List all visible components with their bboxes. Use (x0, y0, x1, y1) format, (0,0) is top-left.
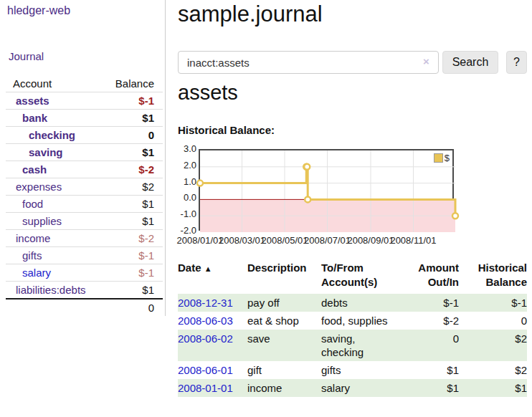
accounts-total-value: 0 (148, 299, 154, 316)
account-row: income$-2 (6, 230, 163, 247)
account-row: checking0 (6, 127, 163, 144)
register-cell-description: save (247, 330, 321, 361)
register-cell-accounts: saving, checking (321, 330, 400, 361)
register-row: 2008-06-02savesaving, checking0$2 (178, 330, 527, 361)
page-title: sample.journal (178, 1, 323, 27)
register-header-balance[interactable]: Historical Balance (459, 259, 527, 294)
account-row: saving$1 (6, 144, 163, 161)
register-cell-amount: $-2 (400, 312, 459, 330)
register-cell-date: 2008-12-31 (178, 294, 247, 312)
account-link-liabilities-debts[interactable]: liabilities:debts (16, 284, 86, 296)
account-balance: $1 (142, 144, 154, 160)
register-cell-date: 2008-06-03 (178, 312, 247, 330)
main-content: sample.journal × Search ? assets Histori… (178, 0, 527, 417)
transaction-date-link[interactable]: 2008-06-02 (178, 332, 233, 345)
register-cell-accounts: salary (321, 379, 400, 397)
sort-ascending-icon: ▲ (204, 264, 212, 273)
account-link-assets[interactable]: assets (16, 95, 49, 107)
account-row: salary$-1 (6, 264, 163, 282)
x-axis-tick-label: 2008/07/01 (304, 235, 351, 246)
y-axis-tick-label: 2.0 (178, 160, 196, 171)
account-link-expenses[interactable]: expenses (16, 181, 62, 193)
register-cell-balance: $1 (459, 379, 527, 397)
chart-plot-area: $ (199, 149, 454, 231)
account-row: bank$1 (6, 110, 163, 127)
account-row: liabilities:debts$1 (6, 282, 163, 299)
register-cell-description: pay off (247, 294, 321, 312)
y-axis-tick-label: 0.0 (178, 192, 196, 203)
account-link-bank[interactable]: bank (22, 112, 47, 124)
register-cell-date: 2008-06-01 (178, 361, 247, 379)
sidebar-divider (165, 0, 166, 316)
register-header-description[interactable]: Description (247, 259, 321, 294)
accounts-total-row: 0 (6, 298, 163, 315)
register-row: 2008-01-01incomesalary$1$1 (178, 379, 527, 397)
account-balance: $-2 (138, 161, 154, 178)
register-cell-balance: 0 (459, 312, 527, 330)
register-cell-amount: $-1 (400, 294, 459, 312)
x-axis-tick-label: 2008/05/01 (261, 235, 308, 246)
transaction-date-link[interactable]: 2008-06-03 (178, 315, 233, 327)
y-axis-tick-label: 1.0 (178, 176, 196, 187)
register-row: 2008-06-03eat & shopfood, supplies$-20 (178, 312, 527, 330)
transaction-date-link[interactable]: 2008-01-01 (178, 382, 233, 394)
account-link-saving[interactable]: saving (29, 146, 63, 158)
account-balance: $1 (142, 213, 154, 229)
sidebar-item-journal[interactable]: Journal (9, 50, 44, 62)
help-button[interactable]: ? (506, 51, 527, 74)
account-link-gifts[interactable]: gifts (22, 249, 42, 262)
register-cell-date: 2008-01-01 (178, 379, 247, 397)
accounts-rows: assets$-1bank$1checking0saving$1cash$-2e… (6, 92, 163, 299)
register-header-row: Date ▲ Description To/From Account(s) Am… (178, 259, 527, 294)
register-header-amount[interactable]: Amount Out/In (400, 259, 459, 294)
account-link-salary[interactable]: salary (22, 267, 51, 279)
chart-heading: Historical Balance: (178, 124, 275, 136)
register-row: 2008-06-01giftgifts$1$2 (178, 361, 527, 379)
account-link-food[interactable]: food (22, 198, 43, 210)
transaction-date-link[interactable]: 2008-12-31 (178, 297, 233, 309)
register-header-date[interactable]: Date ▲ (178, 259, 247, 294)
account-link-cash[interactable]: cash (22, 163, 47, 176)
clear-search-icon[interactable]: × (423, 55, 429, 67)
x-axis-tick-label: 2008/09/01 (347, 235, 394, 246)
search-bar: × Search ? (178, 51, 527, 74)
legend-label: $ (445, 153, 450, 163)
app-brand-link[interactable]: hledger-web (7, 4, 70, 17)
legend-swatch-icon (434, 153, 443, 163)
transaction-date-link[interactable]: 2008-06-01 (178, 364, 233, 376)
sidebar: hledger-web Journal Account Balance asse… (0, 0, 166, 417)
accounts-header-account: Account (13, 77, 52, 90)
register-cell-amount: $1 (400, 361, 459, 379)
register-cell-accounts: debts (321, 294, 400, 312)
accounts-header-balance: Balance (115, 77, 154, 90)
register-row: 2008-12-31pay offdebts$-1$-1 (178, 294, 527, 312)
register-cell-date: 2008-06-02 (178, 330, 247, 361)
y-axis-tick-label: -1.0 (178, 208, 196, 219)
account-row: cash$-2 (6, 161, 163, 178)
hledger-web-page: hledger-web Journal Account Balance asse… (0, 0, 532, 417)
account-balance: $-2 (138, 230, 154, 246)
account-row: expenses$2 (6, 178, 163, 196)
account-link-checking[interactable]: checking (29, 129, 75, 141)
account-row: assets$-1 (6, 92, 163, 110)
register-cell-balance: $2 (459, 361, 527, 379)
historical-balance-chart: $ 3.02.01.00.0-1.0-2.02008/01/012008/03/… (178, 140, 479, 248)
account-balance: $1 (142, 110, 154, 126)
account-row: supplies$1 (6, 213, 163, 230)
account-balance: $-1 (138, 264, 154, 281)
register-cell-amount: 0 (400, 330, 459, 361)
search-input[interactable] (178, 51, 439, 74)
account-balance: $1 (142, 282, 154, 298)
register-cell-description: eat & shop (247, 312, 321, 330)
register-cell-description: income (247, 379, 321, 397)
register-cell-description: gift (247, 361, 321, 379)
register-cell-balance: $-1 (459, 294, 527, 312)
balance-chart-svg (200, 150, 455, 232)
search-button[interactable]: Search (442, 51, 498, 74)
account-link-income[interactable]: income (16, 232, 50, 244)
account-link-supplies[interactable]: supplies (22, 215, 62, 227)
register-header-accounts[interactable]: To/From Account(s) (321, 259, 400, 294)
x-axis-tick-label: 2008/01/01 (176, 235, 223, 246)
account-row: food$1 (6, 196, 163, 213)
account-balance: $2 (142, 178, 154, 195)
